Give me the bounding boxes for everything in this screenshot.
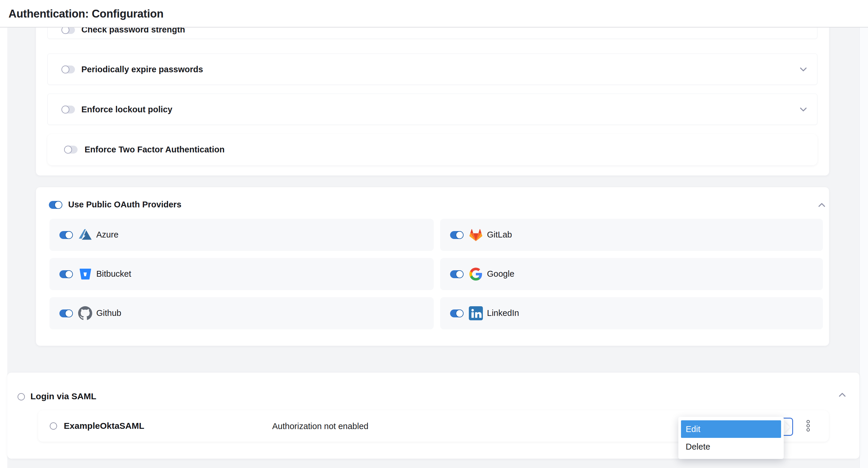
policy-row-label: Periodically expire passwords — [81, 65, 203, 74]
toggle-knob — [456, 231, 464, 239]
gitlab-toggle[interactable] — [450, 231, 464, 239]
oauth-section-label: Use Public OAuth Providers — [68, 200, 181, 209]
chevron-down-icon[interactable] — [800, 107, 807, 112]
saml-connection-radio[interactable] — [50, 422, 57, 430]
provider-label: GitLab — [487, 230, 512, 240]
toggle-knob — [55, 201, 62, 209]
policy-row-enforce-lockout-policy[interactable]: Enforce lockout policy — [48, 94, 817, 125]
bitbucket-toggle[interactable] — [59, 270, 73, 278]
provider-label: LinkedIn — [487, 308, 519, 318]
provider-tile-linkedin[interactable]: LinkedIn — [440, 297, 823, 329]
provider-label: Google — [487, 269, 515, 279]
provider-label: Azure — [96, 230, 119, 240]
google-icon — [469, 267, 483, 281]
saml-connection-status: Authorization not enabled — [272, 422, 368, 431]
linkedin-icon — [469, 306, 483, 320]
chevron-down-icon[interactable] — [800, 67, 807, 72]
enforce-two-factor-toggle[interactable] — [64, 146, 78, 154]
provider-tile-bitbucket[interactable]: Bitbucket — [50, 258, 434, 290]
provider-tile-azure[interactable]: Azure — [50, 219, 434, 251]
azure-toggle[interactable] — [59, 231, 73, 239]
provider-tile-gitlab[interactable]: GitLab — [440, 219, 823, 251]
google-toggle[interactable] — [450, 270, 464, 278]
saml-section-label: Login via SAML — [30, 391, 96, 401]
saml-radio[interactable] — [18, 393, 25, 400]
chevron-up-icon[interactable] — [839, 393, 846, 397]
page-title: Authentication: Configuration — [8, 8, 163, 20]
policy-row-periodically-expire-passwords[interactable]: Periodically expire passwords — [48, 54, 817, 85]
policy-row-label: Enforce lockout policy — [81, 105, 173, 114]
github-icon — [78, 306, 92, 320]
menu-item-delete[interactable]: Delete — [681, 438, 781, 456]
menu-item-edit[interactable]: Edit — [681, 420, 781, 438]
chevron-up-icon[interactable] — [818, 203, 825, 207]
password-policies-card: Check password strength Periodically exp… — [36, 6, 829, 175]
page-header: Authentication: Configuration — [0, 0, 868, 28]
policy-row-label: Enforce Two Factor Authentication — [85, 145, 225, 155]
toggle-knob — [61, 66, 69, 73]
provider-tile-google[interactable]: Google — [440, 258, 823, 290]
enforce-lockout-policy-toggle[interactable] — [61, 106, 75, 113]
provider-tile-github[interactable]: Github — [50, 297, 434, 329]
github-toggle[interactable] — [59, 309, 73, 317]
provider-label: Github — [96, 308, 121, 318]
policy-row-enforce-two-factor[interactable]: Enforce Two Factor Authentication — [48, 134, 817, 165]
toggle-knob — [65, 309, 73, 317]
bitbucket-icon — [78, 267, 92, 281]
toggle-knob — [65, 270, 73, 278]
azure-icon — [78, 228, 92, 242]
toggle-knob — [456, 270, 464, 278]
scrollbar-gutter[interactable] — [860, 27, 868, 468]
toggle-knob — [64, 146, 72, 154]
oauth-providers-card: Use Public OAuth Providers Azure GitLab — [36, 187, 829, 346]
toggle-knob — [65, 231, 73, 239]
toggle-knob — [456, 309, 464, 317]
use-public-oauth-toggle[interactable] — [49, 201, 62, 209]
toggle-knob — [61, 106, 69, 113]
provider-label: Bitbucket — [96, 269, 131, 279]
gitlab-icon — [469, 228, 483, 242]
periodically-expire-passwords-toggle[interactable] — [61, 66, 75, 73]
linkedin-toggle[interactable] — [450, 309, 464, 317]
saml-connection-name: ExampleOktaSAML — [64, 421, 144, 431]
context-menu: Edit Delete — [678, 417, 784, 459]
